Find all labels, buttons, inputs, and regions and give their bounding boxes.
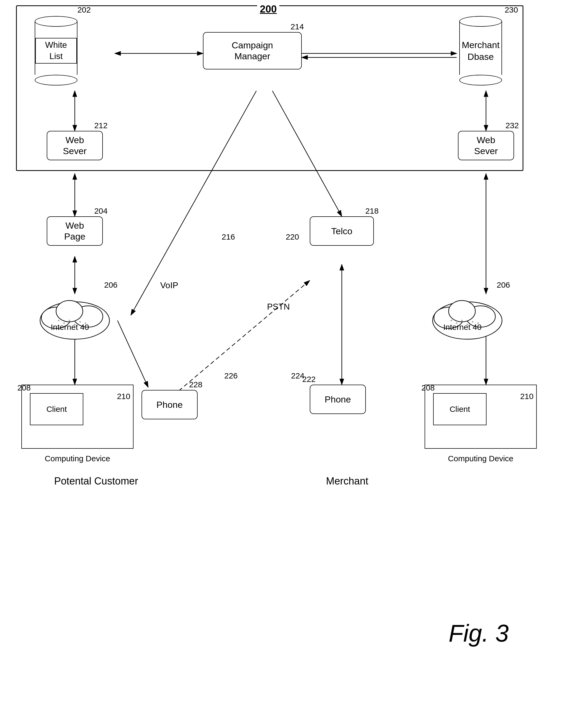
ref-230: 230 xyxy=(505,5,518,15)
ref-208-left: 208 xyxy=(17,383,31,392)
client-right-inner: Client xyxy=(433,393,486,425)
telco: Telco 218 xyxy=(310,216,374,246)
ref-206-left: 206 xyxy=(104,280,117,289)
ref-206-right: 206 xyxy=(497,280,510,289)
svg-text:Internet 40: Internet 40 xyxy=(443,323,481,331)
ref-224: 224 xyxy=(291,371,304,380)
ref-208-right: 208 xyxy=(421,383,435,392)
merchant-label: Merchant xyxy=(294,475,400,487)
db-bottom xyxy=(35,75,78,85)
svg-line-17 xyxy=(117,321,148,387)
db-body: Merchant Dbase xyxy=(459,21,502,75)
svg-point-22 xyxy=(58,320,60,321)
voip-label: VoIP xyxy=(160,280,178,290)
svg-point-32 xyxy=(449,300,475,322)
client-left-outer: Client 210 xyxy=(21,385,133,449)
diagram-title: 200 xyxy=(257,3,279,15)
db-body: White List xyxy=(35,21,78,75)
ref-218: 218 xyxy=(365,206,379,216)
ref-220: 220 xyxy=(286,232,299,241)
campaign-manager: Campaign Manager 214 xyxy=(203,32,302,69)
white-list-db: White List 202 xyxy=(35,16,78,85)
phone-left: Phone 228 xyxy=(141,390,198,419)
figure-label: Fig. 3 xyxy=(449,620,509,647)
svg-line-16 xyxy=(157,280,310,409)
ref-212: 212 xyxy=(94,121,108,130)
ref-216: 216 xyxy=(222,232,235,241)
ref-204: 204 xyxy=(94,206,108,216)
ref-228: 228 xyxy=(189,380,202,389)
svg-text:Internet 40: Internet 40 xyxy=(51,323,89,331)
svg-point-21 xyxy=(56,300,83,322)
computing-device-label-right: Computing Device xyxy=(424,454,537,463)
ref-232: 232 xyxy=(505,121,519,130)
potential-customer-label: Potental Customer xyxy=(16,475,176,487)
internet-right-cloud: Internet 40 xyxy=(427,288,507,342)
db-top xyxy=(35,16,78,27)
ref-226: 226 xyxy=(224,371,238,380)
db-bottom xyxy=(459,75,502,85)
svg-point-24 xyxy=(69,320,70,321)
web-page: Web Page 204 xyxy=(47,216,103,246)
ref-214: 214 xyxy=(290,22,304,31)
pstn-label: PSTN xyxy=(267,302,290,312)
svg-point-35 xyxy=(461,320,463,321)
db-top xyxy=(459,16,502,27)
client-right-outer: Client 210 xyxy=(424,385,537,449)
svg-point-33 xyxy=(451,320,452,321)
web-server-left: Web Sever 212 xyxy=(47,131,103,160)
computing-device-label-left: Computing Device xyxy=(21,454,133,463)
white-list-label: White List xyxy=(35,38,77,63)
client-left-inner: Client xyxy=(30,393,83,425)
ref-202: 202 xyxy=(78,5,91,15)
internet-left-cloud: Internet 40 xyxy=(35,288,115,342)
merchant-db: Merchant Dbase 230 xyxy=(459,16,502,85)
ref-210-right: 210 xyxy=(520,392,533,401)
ref-210-left: 210 xyxy=(117,392,130,401)
phone-right: Phone 222 xyxy=(310,385,366,414)
web-server-right: Web Sever 232 xyxy=(458,131,514,160)
